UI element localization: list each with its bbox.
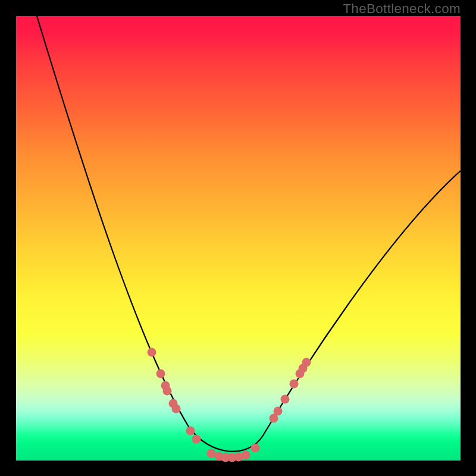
data-point — [242, 451, 250, 460]
chart-frame: TheBottleneck.com — [0, 0, 476, 476]
data-point — [172, 405, 181, 414]
data-point — [163, 387, 172, 396]
data-point — [274, 407, 283, 416]
plot-area — [16, 16, 461, 461]
data-point — [148, 348, 156, 357]
data-point — [290, 380, 299, 389]
data-point — [186, 427, 195, 436]
watermark-text: TheBottleneck.com — [343, 1, 461, 17]
curve-svg — [16, 16, 461, 461]
data-point — [207, 449, 216, 458]
data-point — [156, 369, 165, 378]
data-point — [302, 358, 311, 367]
data-point — [281, 395, 290, 404]
bottleneck-curve — [37, 16, 461, 452]
dot-layer — [148, 348, 311, 462]
data-point — [192, 435, 201, 444]
data-point — [251, 444, 260, 453]
